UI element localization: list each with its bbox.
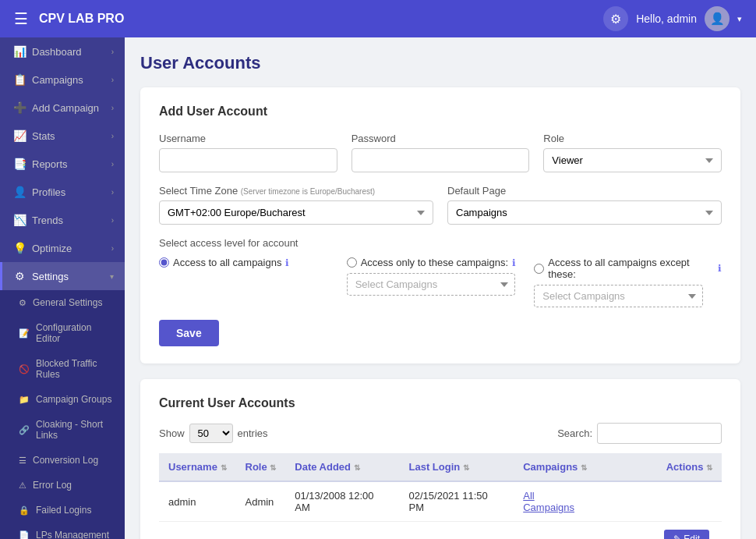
sidebar-item-blocked-traffic-rules[interactable]: 🚫 Blocked Traffic Rules — [0, 351, 125, 387]
access-level-section: Select access level for account Access t… — [159, 237, 722, 307]
list-icon: ☰ — [19, 456, 26, 466]
col-date-added[interactable]: Date Added ⇅ — [285, 453, 399, 481]
sidebar-item-campaign-groups[interactable]: 📁 Campaign Groups — [0, 387, 125, 412]
chevron-right-icon: › — [111, 48, 114, 56]
col-last-login[interactable]: Last Login ⇅ — [400, 453, 514, 481]
hello-text: Hello, admin — [636, 12, 697, 25]
col-actions: Actions ⇅ — [598, 453, 722, 481]
info-icon-except[interactable]: ℹ — [718, 263, 722, 274]
sidebar-item-trends[interactable]: 📉 Trends › — [0, 206, 125, 234]
main-content: User Accounts Add User Account Username … — [125, 37, 756, 539]
sidebar-sub-label-blocked-traffic-rules: Blocked Traffic Rules — [36, 358, 114, 380]
sidebar-item-add-campaign[interactable]: ➕ Add Campaign › — [0, 94, 125, 122]
hamburger-icon[interactable]: ☰ — [14, 9, 28, 28]
sidebar-item-configuration-editor[interactable]: 📝 Configuration Editor — [0, 315, 125, 351]
settings-icon: ⚙ — [13, 270, 26, 282]
campaigns-icon: 📋 — [13, 73, 26, 86]
current-users-title: Current User Accounts — [159, 396, 722, 410]
cell-campaigns[interactable]: All Campaigns — [514, 522, 598, 540]
chevron-right-icon: › — [111, 76, 114, 84]
optimize-icon: 💡 — [13, 242, 26, 254]
reports-icon: 📑 — [13, 158, 26, 170]
add-campaign-icon: ➕ — [13, 101, 26, 114]
sidebar-label-campaigns: Campaigns — [32, 74, 83, 86]
password-input[interactable] — [352, 148, 530, 172]
avatar[interactable]: 👤 — [705, 6, 730, 31]
username-label: Username — [159, 133, 337, 144]
access-radio-only[interactable] — [347, 257, 357, 268]
sidebar-sub-label-cloaking-short-links: Cloaking - Short Links — [36, 419, 114, 441]
cell-username: admin2 — [159, 522, 236, 540]
sidebar-item-optimize[interactable]: 💡 Optimize › — [0, 234, 125, 262]
sidebar-label-trends: Trends — [32, 215, 63, 226]
link-icon: 🔗 — [19, 425, 30, 435]
entries-select[interactable]: 50 10 25 100 — [189, 424, 233, 443]
brand-logo: CPV LAB PRO — [39, 12, 124, 26]
timezone-select[interactable]: GMT+02:00 Europe/Bucharest — [159, 200, 433, 225]
sidebar-item-conversion-log[interactable]: ☰ Conversion Log — [0, 448, 125, 473]
sidebar-item-general-settings[interactable]: ⚙ General Settings — [0, 290, 125, 315]
access-campaigns-select-wrapper-except: Select Campaigns — [534, 285, 722, 307]
col-campaigns[interactable]: Campaigns ⇅ — [514, 453, 598, 481]
edit-button[interactable]: ✎ Edit — [664, 530, 709, 539]
form-group-password: Password — [352, 133, 530, 172]
sidebar-item-failed-logins[interactable]: 🔒 Failed Logins — [0, 498, 125, 523]
access-option-all: Access to all campaigns ℹ — [159, 257, 347, 268]
save-button[interactable]: Save — [159, 320, 219, 346]
show-label: Show — [159, 427, 185, 439]
access-options-row: Access to all campaigns ℹ Access only to… — [159, 257, 722, 307]
campaigns-select-except[interactable]: Select Campaigns — [534, 285, 703, 307]
access-radio-except[interactable] — [534, 264, 544, 274]
access-label-except: Access to all campaigns except these: — [548, 257, 714, 280]
form-row-2: Select Time Zone (Server timezone is Eur… — [159, 185, 722, 225]
cell-username: admin — [159, 481, 236, 522]
cell-actions — [598, 481, 722, 522]
cell-role: Admin — [236, 481, 286, 522]
form-group-role: Role Viewer Editor Admin — [543, 133, 722, 172]
sidebar-item-settings[interactable]: ⚙ Settings ▾ — [0, 262, 125, 290]
cell-last-login: 02/15/2021 11:50 PM — [400, 481, 514, 522]
sidebar-item-cloaking-short-links[interactable]: 🔗 Cloaking - Short Links — [0, 412, 125, 448]
trends-icon: 📉 — [13, 214, 26, 226]
sidebar-sub-label-error-log: Error Log — [33, 480, 72, 491]
search-input[interactable] — [597, 423, 722, 444]
form-group-timezone: Select Time Zone (Server timezone is Eur… — [159, 185, 433, 225]
sidebar-item-error-log[interactable]: ⚠ Error Log — [0, 473, 125, 498]
info-icon-only[interactable]: ℹ — [512, 257, 516, 268]
cell-actions: ✎ Edit ✕ Delete — [598, 522, 722, 540]
sidebar-item-campaigns[interactable]: 📋 Campaigns › — [0, 66, 125, 94]
col-username[interactable]: Username ⇅ — [159, 453, 236, 481]
timezone-label: Select Time Zone (Server timezone is Eur… — [159, 185, 433, 197]
col-role[interactable]: Role ⇅ — [236, 453, 286, 481]
info-icon-all[interactable]: ℹ — [285, 257, 289, 268]
campaigns-select-only[interactable]: Select Campaigns — [347, 273, 516, 296]
sidebar-label-optimize: Optimize — [32, 243, 72, 254]
access-option-all-top: Access to all campaigns ℹ — [159, 257, 347, 268]
settings-btn[interactable]: ⚙ — [603, 6, 628, 31]
role-select[interactable]: Viewer Editor Admin — [543, 148, 722, 172]
username-input[interactable] — [159, 148, 337, 172]
chevron-down-icon: ▾ — [110, 272, 114, 281]
default-page-select[interactable]: Campaigns Dashboard Stats Reports — [447, 200, 722, 225]
access-level-label: Select access level for account — [159, 237, 722, 249]
sidebar-item-lps-management[interactable]: 📄 LPs Management — [0, 523, 125, 539]
sidebar: 📊 Dashboard › 📋 Campaigns › ➕ Add Campai… — [0, 37, 125, 539]
page-icon: 📄 — [19, 530, 30, 540]
search-box: Search: — [557, 423, 722, 444]
chevron-right-icon: › — [111, 188, 114, 197]
access-radio-all[interactable] — [159, 257, 169, 268]
access-option-except-top: Access to all campaigns except these: ℹ — [534, 257, 722, 280]
sidebar-label-reports: Reports — [32, 158, 68, 170]
cell-campaigns[interactable]: All Campaigns — [514, 481, 598, 522]
user-dropdown-arrow[interactable]: ▾ — [737, 14, 742, 24]
sidebar-item-stats[interactable]: 📈 Stats › — [0, 122, 125, 150]
sidebar-item-dashboard[interactable]: 📊 Dashboard › — [0, 37, 125, 66]
topnav-left: ☰ CPV LAB PRO — [14, 9, 124, 28]
form-group-default-page: Default Page Campaigns Dashboard Stats R… — [447, 185, 722, 225]
chevron-right-icon: › — [111, 104, 114, 112]
campaigns-link[interactable]: All Campaigns — [523, 490, 574, 513]
cell-date-added: 01/13/2008 12:00 AM — [285, 481, 399, 522]
sidebar-item-profiles[interactable]: 👤 Profiles › — [0, 178, 125, 206]
sidebar-item-reports[interactable]: 📑 Reports › — [0, 150, 125, 178]
sidebar-sub-label-failed-logins: Failed Logins — [36, 505, 91, 516]
